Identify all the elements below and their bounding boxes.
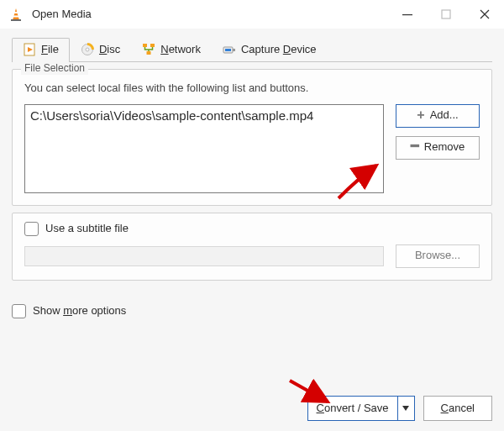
title-bar: Open Media bbox=[0, 0, 504, 29]
remove-file-label: Remove bbox=[424, 140, 465, 155]
tab-disc[interactable]: Disc bbox=[70, 38, 131, 62]
svg-rect-5 bbox=[442, 10, 450, 18]
dialog-buttons: Convert / Save Cancel bbox=[307, 396, 492, 421]
capture-device-icon bbox=[223, 43, 236, 56]
svg-rect-4 bbox=[402, 14, 412, 15]
convert-save-dropdown[interactable] bbox=[397, 397, 414, 420]
subtitle-path-input bbox=[24, 246, 384, 266]
svg-rect-16 bbox=[225, 49, 231, 51]
vlc-cone-icon bbox=[8, 7, 24, 22]
file-selection-legend: File Selection bbox=[21, 62, 88, 76]
cancel-button[interactable]: Cancel bbox=[423, 396, 492, 421]
add-file-label: Add... bbox=[430, 108, 459, 123]
add-file-button[interactable]: + Add... bbox=[396, 104, 480, 128]
svg-rect-17 bbox=[233, 49, 235, 51]
show-more-options-label: Show more options bbox=[33, 304, 126, 318]
tab-label: Network bbox=[160, 43, 201, 57]
window-title: Open Media bbox=[32, 8, 92, 22]
use-subtitle-checkbox[interactable]: Use a subtitle file bbox=[24, 222, 480, 236]
tab-label: Capture Device bbox=[241, 43, 317, 57]
plus-icon: + bbox=[417, 108, 424, 122]
svg-rect-3 bbox=[11, 19, 21, 21]
file-selection-help: You can select local files with the foll… bbox=[24, 81, 480, 96]
minus-icon: ━ bbox=[411, 139, 419, 153]
browse-label: Browse... bbox=[415, 249, 460, 263]
tab-capture-device[interactable]: Capture Device bbox=[212, 38, 328, 62]
svg-marker-0 bbox=[13, 8, 19, 20]
convert-save-button[interactable]: Convert / Save bbox=[307, 396, 415, 421]
network-icon bbox=[142, 43, 155, 56]
disc-icon bbox=[81, 43, 94, 56]
maximize-icon bbox=[441, 9, 451, 19]
svg-marker-18 bbox=[402, 406, 409, 411]
cancel-label: Cancel bbox=[441, 402, 475, 416]
close-icon bbox=[480, 9, 490, 19]
window-close-button[interactable] bbox=[465, 0, 504, 29]
file-list[interactable]: C:\Users\soria\Videos\sample-content\sam… bbox=[24, 104, 384, 193]
window-maximize-button[interactable] bbox=[427, 0, 465, 29]
remove-file-button[interactable]: ━ Remove bbox=[396, 136, 480, 160]
tab-label: Disc bbox=[99, 43, 120, 57]
file-list-item[interactable]: C:\Users\soria\Videos\sample-content\sam… bbox=[30, 108, 378, 124]
svg-rect-13 bbox=[150, 44, 155, 47]
svg-point-11 bbox=[86, 48, 89, 51]
file-play-icon bbox=[23, 43, 36, 56]
tab-label: File bbox=[41, 43, 59, 57]
svg-rect-12 bbox=[143, 44, 147, 47]
tab-network[interactable]: Network bbox=[131, 38, 212, 62]
source-tabs: File Disc Network Capture Device bbox=[12, 37, 492, 62]
subtitle-panel: Use a subtitle file Browse... bbox=[12, 213, 492, 281]
tab-file[interactable]: File bbox=[12, 38, 70, 62]
svg-rect-14 bbox=[147, 51, 151, 55]
show-more-options-checkbox[interactable]: Show more options bbox=[12, 304, 492, 318]
use-subtitle-label: Use a subtitle file bbox=[45, 222, 129, 236]
checkbox-icon bbox=[12, 304, 26, 318]
chevron-down-icon bbox=[402, 406, 409, 411]
file-selection-panel: File Selection You can select local file… bbox=[12, 69, 492, 206]
minimize-icon bbox=[402, 9, 412, 19]
browse-subtitle-button: Browse... bbox=[396, 244, 480, 268]
checkbox-icon bbox=[24, 222, 39, 236]
window-minimize-button[interactable] bbox=[388, 0, 427, 29]
svg-rect-1 bbox=[13, 12, 18, 13]
convert-save-label: Convert / Save bbox=[308, 397, 397, 420]
svg-rect-2 bbox=[13, 16, 18, 18]
